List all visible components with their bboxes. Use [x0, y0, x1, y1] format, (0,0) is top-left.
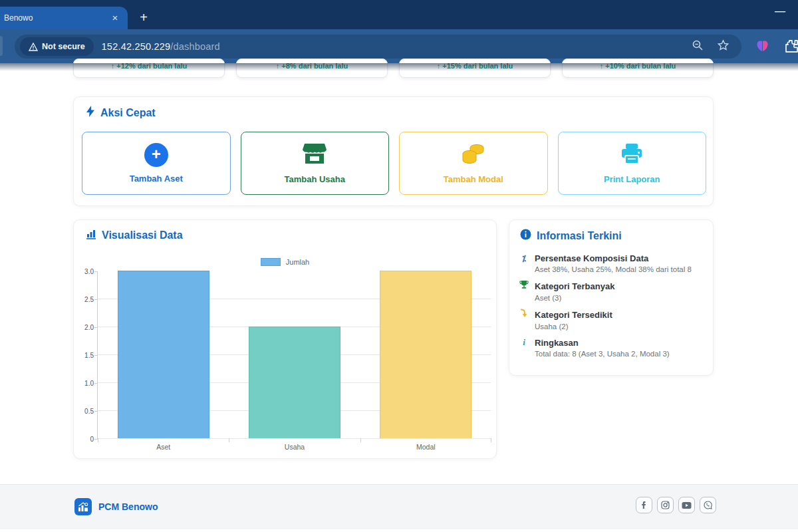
x-axis-label: Modal — [360, 443, 491, 451]
info-item-title: Kategori Tersedikit — [535, 310, 612, 320]
info-item-detail: Usaha (2) — [535, 323, 705, 331]
x-axis-label: Usaha — [229, 443, 360, 451]
chart-card: Visualisasi Data Jumlah 3.02.52.01.51.00… — [73, 219, 497, 459]
browser-tab-active[interactable]: Benowo × — [0, 7, 128, 29]
info-item-percentage: ⁒ Persentase Komposisi Data Aset 38%, Us… — [519, 253, 705, 273]
add-business-button[interactable]: Tambah Usaha — [241, 132, 390, 195]
y-axis-tick-label: 1.0 — [75, 380, 94, 387]
legend-swatch — [261, 258, 281, 266]
youtube-icon[interactable] — [678, 497, 695, 513]
brand-name: PCM Benowo — [98, 501, 158, 512]
bar-usaha[interactable] — [249, 327, 340, 438]
facebook-icon[interactable] — [636, 497, 652, 513]
chart-plot: 3.02.52.01.51.00.50AsetUsahaModal — [97, 271, 491, 439]
y-axis-tick-label: 0.5 — [75, 408, 94, 415]
quick-actions-title: Aksi Cepat — [100, 107, 156, 119]
print-report-label: Print Laporan — [604, 174, 660, 184]
y-axis-tick-mark — [94, 383, 98, 384]
y-axis-tick-mark — [94, 299, 98, 300]
printer-icon — [620, 143, 644, 168]
info-item-detail: Aset (3) — [535, 294, 705, 302]
not-secure-label: Not secure — [42, 42, 85, 51]
add-asset-label: Tambah Aset — [130, 174, 183, 184]
dashboard-page: ↑ +12% dari bulan lalu ↑ +8% dari bulan … — [0, 63, 798, 532]
legend-label: Jumlah — [286, 258, 309, 266]
whatsapp-icon[interactable] — [700, 497, 716, 513]
tab-title: Benowo — [4, 13, 109, 23]
bar-chart-icon — [86, 229, 96, 242]
y-axis-tick-mark — [94, 327, 98, 328]
instagram-icon[interactable] — [657, 497, 674, 513]
stat-trend: ↑ +12% dari bulan lalu — [74, 62, 224, 70]
y-axis-tick-label: 1.5 — [75, 352, 94, 359]
toolbar-cropped-icon — [0, 36, 3, 56]
page-footer: PCM Benowo — [0, 484, 798, 529]
stats-row: ↑ +12% dari bulan lalu ↑ +8% dari bulan … — [73, 59, 714, 78]
add-capital-label: Tambah Modal — [444, 174, 503, 184]
footer-brand[interactable]: PCM Benowo — [74, 498, 158, 515]
quick-actions-card: Aksi Cepat + Tambah Aset Tambah Usaha — [73, 96, 714, 206]
add-capital-button[interactable]: Tambah Modal — [399, 132, 548, 195]
arrow-down-curve-icon — [519, 309, 529, 321]
lightning-bolt-icon — [86, 106, 95, 120]
bar-modal[interactable] — [380, 271, 471, 438]
extension-brain-icon[interactable] — [755, 40, 769, 55]
extensions-puzzle-icon[interactable] — [783, 39, 798, 57]
coins-icon — [460, 142, 487, 168]
chart-legend[interactable]: Jumlah — [74, 258, 496, 266]
percent-icon: ⁒ — [519, 253, 529, 263]
url-path: /dashboard — [170, 41, 220, 52]
stat-trend: ↑ +10% dari bulan lalu — [563, 62, 713, 70]
y-axis-tick-mark — [94, 355, 98, 356]
info-item-least: Kategori Tersedikit Usaha (2) — [519, 309, 705, 331]
info-card: Informasi Terkini ⁒ Persentase Komposisi… — [509, 219, 714, 376]
info-circle-icon — [520, 229, 531, 243]
x-axis-tick-mark — [98, 438, 98, 442]
footer-socials — [636, 497, 716, 513]
stat-card: ↑ +10% dari bulan lalu — [562, 59, 714, 78]
info-item-most: Kategori Terbanyak Aset (3) — [519, 280, 705, 302]
bookmark-star-icon[interactable] — [717, 39, 730, 55]
y-axis-tick-label: 2.0 — [75, 324, 94, 331]
bar-aset[interactable] — [118, 271, 209, 438]
new-tab-button[interactable]: + — [134, 9, 153, 27]
x-axis-label: Aset — [98, 443, 229, 451]
print-report-button[interactable]: Print Laporan — [558, 132, 707, 195]
info-item-detail: Total data: 8 (Aset 3, Usaha 2, Modal 3) — [535, 350, 705, 358]
trophy-icon — [519, 280, 529, 292]
info-item-detail: Aset 38%, Usaha 25%, Modal 38% dari tota… — [535, 265, 705, 273]
plus-circle-icon: + — [144, 143, 168, 167]
info-item-title: Persentase Komposisi Data — [535, 253, 648, 263]
y-axis-tick-mark — [94, 271, 98, 272]
info-item-title: Kategori Terbanyak — [535, 281, 614, 291]
warning-triangle-icon — [29, 43, 38, 51]
browser-tabstrip: Benowo × + — — [0, 0, 798, 29]
small-info-icon: i — [519, 337, 529, 348]
x-axis-tick-mark — [360, 438, 361, 442]
stat-card: ↑ +12% dari bulan lalu — [73, 59, 225, 78]
window-minimize-button[interactable]: — — [770, 5, 790, 17]
chart-title: Visualisasi Data — [102, 229, 183, 241]
brand-logo-icon — [74, 498, 92, 515]
info-panel-title: Informasi Terkini — [537, 230, 622, 242]
info-item-summary: i Ringkasan Total data: 8 (Aset 3, Usaha… — [519, 337, 705, 358]
stat-trend: ↑ +8% dari bulan lalu — [237, 62, 387, 70]
chart-gridline — [98, 438, 491, 439]
not-secure-chip[interactable]: Not secure — [20, 37, 94, 56]
y-axis-tick-label: 0 — [75, 436, 94, 443]
y-axis-tick-label: 2.5 — [75, 296, 94, 303]
url-text[interactable]: 152.42.250.229/dashboard — [102, 41, 220, 52]
y-axis-tick-label: 3.0 — [75, 268, 94, 275]
store-icon — [302, 142, 327, 168]
tab-close-icon[interactable]: × — [109, 12, 121, 24]
info-item-title: Ringkasan — [535, 338, 579, 348]
zoom-search-icon[interactable] — [692, 39, 704, 54]
x-axis-tick-mark — [491, 438, 491, 442]
stat-card: ↑ +8% dari bulan lalu — [236, 59, 388, 78]
stat-trend: ↑ +15% dari bulan lalu — [400, 62, 550, 70]
url-host: 152.42.250.229 — [102, 41, 171, 52]
stat-card: ↑ +15% dari bulan lalu — [399, 59, 551, 78]
y-axis-tick-mark — [94, 411, 98, 412]
add-asset-button[interactable]: + Tambah Aset — [82, 132, 231, 195]
address-bar[interactable]: Not secure 152.42.250.229/dashboard — [15, 35, 741, 59]
